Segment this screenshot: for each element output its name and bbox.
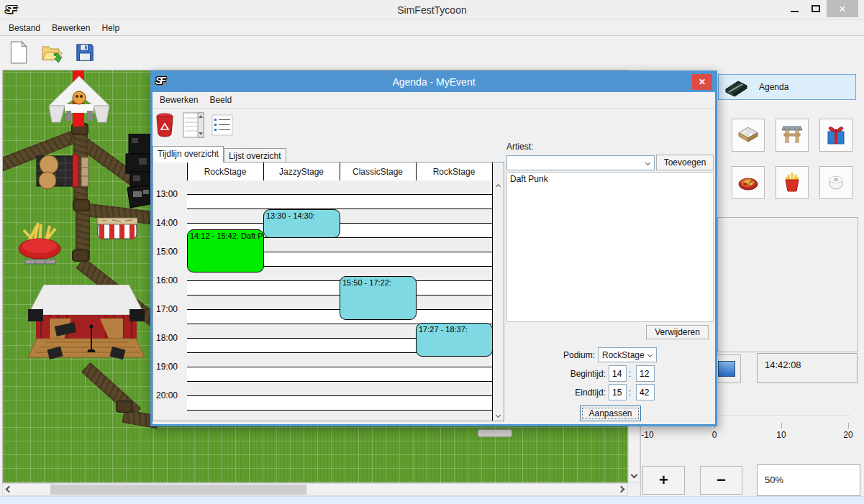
schedule-row[interactable] [187, 195, 492, 209]
artist-dropdown[interactable] [506, 155, 655, 170]
schedule-scrollbar[interactable] [492, 180, 504, 421]
scroll-left-icon[interactable] [4, 484, 14, 495]
delete-event-button[interactable] [155, 113, 174, 139]
main-titlebar: SF SimFestTycoon ✕ [0, 0, 864, 20]
dialog-menu-item-bewerken[interactable]: Bewerken [154, 93, 204, 106]
stage-column-header: RockStage [187, 162, 263, 180]
slider-tick [781, 423, 782, 429]
slider-tick-label: 0 [701, 430, 727, 440]
zoom-level-field[interactable]: 50% [757, 464, 860, 496]
app-window: { "window": { "logo": "SF", "title": "Si… [0, 0, 864, 504]
hour-label: 17:00 [156, 304, 185, 314]
road-tile-icon [737, 123, 760, 148]
agenda-dialog: SF Agenda - MyEvent ✕ BewerkenBeeld Tijd… [150, 70, 717, 426]
remove-artist-button[interactable]: Verwijderen [646, 325, 709, 339]
tab-timeline-overview[interactable]: Tijdlijn overzicht [153, 146, 224, 162]
open-folder-icon [40, 41, 63, 66]
end-hour-field[interactable] [609, 384, 627, 400]
schedule-row[interactable] [187, 180, 492, 195]
burger-stand[interactable] [35, 152, 90, 194]
path-junction [116, 400, 133, 413]
plus-icon: + [659, 471, 668, 490]
stage-column-header: RockStage [416, 162, 492, 180]
schedule-rows-area[interactable]: 14:12 - 15:42: Daft Punk13:30 - 14:30:15… [187, 180, 492, 421]
schedule-row[interactable] [187, 411, 492, 421]
hour-label: 19:00 [156, 362, 185, 372]
item-button-gift[interactable] [819, 119, 852, 152]
artist-list-item[interactable]: Daft Punk [510, 174, 710, 185]
main-menubar: BestandBewerkenHelp [0, 20, 864, 36]
schedule-event[interactable]: 17:27 - 18:37: [416, 323, 492, 357]
zoom-out-button[interactable]: − [700, 466, 742, 495]
bullet-list-icon [212, 127, 233, 138]
apply-button[interactable]: Aanpassen [580, 406, 641, 421]
fries-stand[interactable] [17, 220, 64, 267]
close-window-button[interactable]: ✕ [827, 0, 858, 17]
artist-listbox[interactable]: Daft Punk [506, 172, 714, 322]
schedule-event[interactable]: 13:30 - 14:30: [263, 209, 340, 238]
timeline-view-button[interactable] [183, 112, 204, 140]
end-minute-field[interactable] [636, 384, 655, 400]
menu-item-bewerken[interactable]: Bewerken [46, 22, 96, 35]
open-folder-button[interactable] [39, 40, 65, 67]
schedule-event[interactable]: 14:12 - 15:42: Daft Punk [187, 229, 264, 272]
item-button-toilet-paper[interactable] [819, 166, 852, 199]
chevron-down-icon [645, 160, 650, 165]
menu-item-help[interactable]: Help [96, 22, 125, 35]
info-panel [717, 217, 858, 352]
main-toolbar [0, 37, 864, 70]
scrollbar-thumb[interactable] [50, 485, 306, 495]
agenda-button[interactable]: Agenda [718, 74, 856, 100]
save-icon [74, 42, 96, 65]
game-clock: 14:42:08 [757, 353, 858, 383]
pizza-icon [737, 170, 760, 196]
map-horizontal-scrollbar[interactable] [2, 483, 628, 496]
item-button-road-tile[interactable] [732, 119, 765, 152]
maximize-icon [811, 5, 820, 12]
minimize-button[interactable] [783, 0, 805, 17]
item-button-fries[interactable] [776, 166, 809, 199]
new-file-button[interactable] [6, 40, 32, 67]
begin-hour-field[interactable] [609, 365, 627, 382]
maximize-button[interactable] [805, 0, 827, 17]
scroll-down-icon[interactable] [493, 410, 504, 421]
schedule-row[interactable] [187, 396, 492, 411]
toilet-paper-icon [824, 170, 847, 196]
scroll-right-icon[interactable] [616, 484, 627, 495]
dialog-titlebar[interactable]: SF Agenda - MyEvent ✕ [153, 73, 715, 92]
item-button-torii-gate[interactable] [776, 119, 809, 152]
colon-separator: : [629, 388, 631, 398]
podium-dropdown[interactable]: RockStage [598, 347, 657, 362]
dialog-toolbar [153, 109, 715, 142]
tab-list-overview[interactable]: Lijst overzicht [224, 148, 286, 162]
path-junction [72, 249, 89, 262]
item-button-pizza[interactable] [732, 166, 765, 199]
path-junction [73, 199, 90, 211]
begin-minute-field[interactable] [636, 365, 655, 382]
agenda-button-label: Agenda [759, 82, 788, 92]
menu-item-bestand[interactable]: Bestand [3, 22, 46, 35]
schedule-row[interactable] [187, 367, 492, 382]
tent-structure[interactable] [48, 75, 110, 132]
scroll-down-icon[interactable] [629, 469, 640, 480]
begin-time-label: Begintijd: [541, 369, 606, 379]
end-time-label: Eindtijd: [541, 388, 606, 398]
zoom-in-button[interactable]: + [642, 466, 685, 495]
list-view-button[interactable] [212, 114, 233, 138]
podium-label: Podium: [541, 350, 595, 360]
dialog-title: Agenda - MyEvent [153, 76, 715, 88]
trash-icon [155, 129, 174, 139]
striped-stand[interactable] [96, 216, 138, 243]
schedule-event[interactable]: 15:50 - 17:22: [340, 276, 417, 320]
artist-label: Artiest: [506, 142, 533, 152]
schedule-row[interactable] [187, 382, 492, 396]
stage-structure[interactable] [28, 285, 145, 377]
new-file-icon [8, 40, 29, 67]
dialog-close-button[interactable]: ✕ [692, 74, 712, 90]
save-button[interactable] [72, 40, 98, 67]
slider-tick-label: 20 [835, 430, 861, 440]
status-strip [0, 496, 864, 504]
dialog-menu-item-beeld[interactable]: Beeld [204, 93, 237, 106]
scroll-up-icon[interactable] [493, 181, 504, 192]
add-artist-button[interactable]: Toevoegen [656, 155, 714, 170]
